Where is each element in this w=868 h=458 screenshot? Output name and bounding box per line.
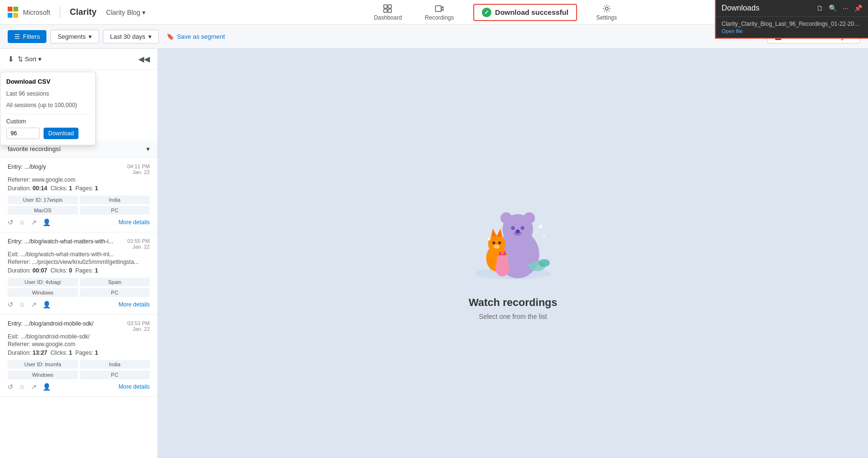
dropdown-option-last96[interactable]: Last 96 sessions <box>6 89 89 98</box>
rec-pages-2: 1 <box>95 267 98 274</box>
dropdown-title: Download CSV <box>6 78 89 85</box>
nav-settings[interactable]: Settings <box>592 2 621 23</box>
replay-icon-3[interactable]: ↺ <box>8 383 13 391</box>
custom-count-input[interactable] <box>6 128 40 139</box>
download-success-badge: ✓ Download successful <box>473 4 577 21</box>
rec-dur-val-3: 13:27 <box>33 349 47 356</box>
chevron-segments-icon: ▾ <box>89 33 92 40</box>
more-details-1[interactable]: More details <box>119 219 150 226</box>
rec-country-3: India <box>80 360 150 369</box>
svg-point-22 <box>498 241 501 244</box>
rec-os-3: Windows <box>8 371 78 379</box>
rec-device-2: PC <box>80 288 150 297</box>
replay-icon-1[interactable]: ↺ <box>8 218 13 226</box>
watch-recordings-title: Watch recordings <box>469 296 557 309</box>
replay-icon-2[interactable]: ↺ <box>8 301 13 308</box>
downloads-panel-header: Downloads 🗋 🔍 ··· 📌 <box>716 0 868 17</box>
rec-top-row-2: Entry: .../blog/watch-what-matters-with-… <box>8 238 150 250</box>
rec-date-2: Jan. 22 <box>127 244 150 250</box>
segments-button[interactable]: Segments ▾ <box>50 30 99 44</box>
star-icon-3[interactable]: ☆ <box>19 383 25 391</box>
file-icon[interactable]: 🗋 <box>816 4 823 12</box>
sort-button[interactable]: ⇅ Sort ▾ <box>18 55 42 63</box>
recordings-list: Entry: .../blog/y 04:11 PM Jan. 22 Refer… <box>0 158 157 458</box>
svg-point-30 <box>488 238 490 240</box>
share-icon-3[interactable]: ↗ <box>31 383 37 391</box>
more-details-2[interactable]: More details <box>119 301 150 308</box>
save-segment-button[interactable]: 🔖 Save as segment <box>167 33 225 40</box>
user-icon-2[interactable]: 👤 <box>43 301 51 308</box>
rec-device-3: PC <box>80 371 150 379</box>
rec-pages-3: 1 <box>95 349 98 356</box>
download-csv-confirm-button[interactable]: Download <box>44 128 78 139</box>
rec-duration-2: Duration: 00:07 Clicks: 0 Pages: 1 <box>8 267 150 274</box>
collapse-panel-button[interactable]: ◀◀ <box>138 55 150 64</box>
chevron-down-icon: ▾ <box>142 9 145 16</box>
rec-country-1: India <box>80 196 150 204</box>
share-icon-2[interactable]: ↗ <box>31 301 37 308</box>
user-icon-3[interactable]: 👤 <box>43 383 51 391</box>
save-segment-icon: 🔖 <box>167 33 174 40</box>
rec-time-1: 04:11 PM <box>127 164 150 169</box>
svg-marker-20 <box>497 229 502 237</box>
success-check-icon: ✓ <box>482 8 491 17</box>
search-icon[interactable]: 🔍 <box>829 4 837 12</box>
blog-dropdown[interactable]: Clarity Blog ▾ <box>106 9 146 16</box>
dropdown-option-all[interactable]: All sessions (up to 100,000) <box>6 100 89 110</box>
rec-dur-val-1: 00:14 <box>33 185 47 192</box>
nav-recordings-label: Recordings <box>425 14 454 21</box>
rec-tags-1: User ID: 17wspis India MacOS PC <box>8 196 150 215</box>
user-icon-1[interactable]: 👤 <box>43 218 51 226</box>
filters-button[interactable]: ☰ Filters <box>8 30 46 43</box>
downloads-panel-icons: 🗋 🔍 ··· 📌 <box>816 4 862 12</box>
nav-recordings[interactable]: Recordings <box>421 2 458 23</box>
rec-dur-val-2: 00:07 <box>33 267 47 274</box>
download-success-text: Download successful <box>495 8 568 16</box>
rec-time-block-2: 03:55 PM Jan. 22 <box>127 238 150 250</box>
svg-point-23 <box>494 245 500 249</box>
star-icon-2[interactable]: ☆ <box>19 301 25 308</box>
svg-rect-3 <box>388 9 391 12</box>
sort-label: Sort <box>25 55 36 63</box>
svg-point-18 <box>488 235 505 252</box>
rec-os-2: Windows <box>8 288 78 297</box>
days-button[interactable]: Last 30 days ▾ <box>103 30 159 44</box>
right-panel: Watch recordings Select one from the lis… <box>158 49 868 458</box>
pin-icon[interactable]: 📌 <box>854 4 862 12</box>
open-file-link[interactable]: Open file <box>722 28 862 34</box>
downloads-filename: Clarity_Clarity_Blog_Last_96_Recordings_… <box>722 21 862 27</box>
downloads-panel-title: Downloads <box>722 4 759 12</box>
rec-duration-1: Duration: 00:14 Clicks: 1 Pages: 1 <box>8 185 150 192</box>
download-csv-button[interactable]: ⬇ <box>8 55 14 64</box>
more-details-3[interactable]: More details <box>119 383 150 390</box>
rec-entry-1: Entry: .../blog/y <box>8 164 46 170</box>
recording-card-2[interactable]: Entry: .../blog/watch-what-matters-with-… <box>0 232 157 315</box>
rec-entry-3: Entry: .../blog/android-mobile-sdk/ <box>8 320 93 327</box>
rec-date-1: Jan. 22 <box>127 169 150 175</box>
rec-actions-2: ↺ ☆ ↗ 👤 More details <box>8 301 150 308</box>
more-icon[interactable]: ··· <box>843 4 848 12</box>
rec-clicks-1: 1 <box>69 185 72 192</box>
left-panel-top: ⬇ ⇅ Sort ▾ ◀◀ <box>0 49 157 70</box>
recording-card-3[interactable]: Entry: .../blog/android-mobile-sdk/ 03:5… <box>0 315 157 397</box>
svg-point-33 <box>483 249 485 251</box>
rec-userid-val-1: 17wspis <box>44 197 63 203</box>
svg-marker-19 <box>491 229 497 237</box>
recording-card[interactable]: Entry: .../blog/y 04:11 PM Jan. 22 Refer… <box>0 158 157 232</box>
svg-rect-2 <box>384 9 387 12</box>
microsoft-label: Microsoft <box>23 9 50 16</box>
svg-point-13 <box>511 226 515 230</box>
nav-dashboard[interactable]: Dashboard <box>370 2 406 23</box>
share-icon-1[interactable]: ↗ <box>31 218 37 226</box>
rec-entry-2: Entry: .../blog/watch-what-matters-with-… <box>8 238 113 245</box>
days-label: Last 30 days <box>110 33 145 40</box>
svg-point-32 <box>543 234 545 237</box>
svg-point-16 <box>516 229 520 233</box>
sort-chevron-icon: ▾ <box>38 55 42 63</box>
blog-label: Clarity Blog <box>106 9 141 16</box>
downloads-panel: Downloads 🗋 🔍 ··· 📌 Clarity_Clarity_Blog… <box>715 0 868 39</box>
rec-exit-2: Exit: .../blog/watch-what-matters-with-i… <box>8 251 150 258</box>
rec-referrer-1: Referrer: www.google.com <box>8 176 150 183</box>
svg-point-14 <box>521 226 524 230</box>
star-icon-1[interactable]: ☆ <box>19 218 25 226</box>
